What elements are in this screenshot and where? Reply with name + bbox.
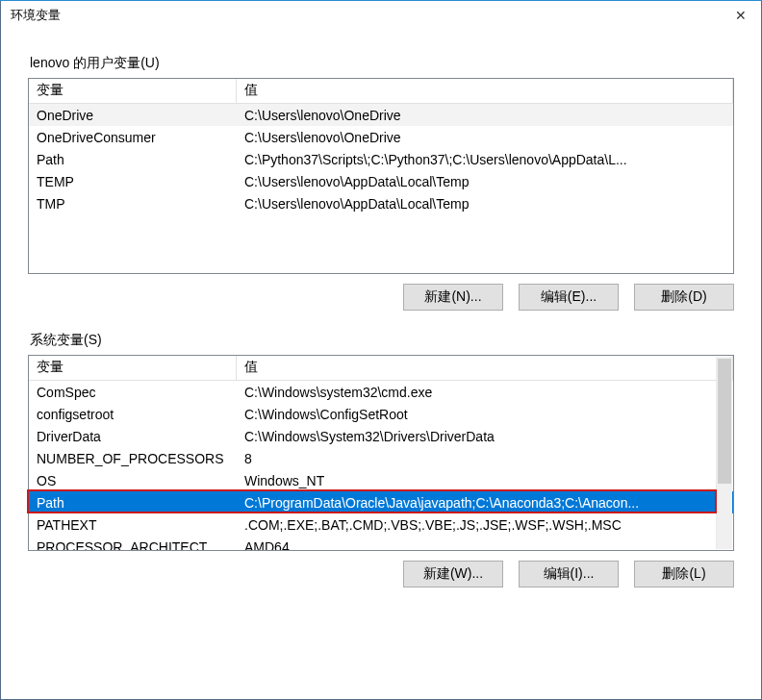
system-list-header[interactable]: 变量 值 <box>29 356 733 381</box>
window-accent <box>0 0 762 1</box>
user-row-variable: TMP <box>29 195 237 212</box>
system-row-variable: DriverData <box>29 428 237 445</box>
user-header-variable[interactable]: 变量 <box>29 79 237 103</box>
user-variables-list[interactable]: 变量 值 OneDriveC:\Users\lenovo\OneDriveOne… <box>28 78 734 274</box>
user-delete-button[interactable]: 删除(D) <box>634 284 734 311</box>
user-row-variable: TEMP <box>29 173 237 190</box>
user-row-temp[interactable]: TEMPC:\Users\lenovo\AppData\Local\Temp <box>29 170 733 192</box>
system-row-os[interactable]: OSWindows_NT <box>29 469 733 491</box>
user-variables-group: lenovo 的用户变量(U) 变量 值 OneDriveC:\Users\le… <box>28 55 734 311</box>
user-group-label: lenovo 的用户变量(U) <box>30 55 734 72</box>
user-row-value: C:\Users\lenovo\AppData\Local\Temp <box>237 173 733 190</box>
system-variables-list[interactable]: 变量 值 ComSpecC:\Windows\system32\cmd.exec… <box>28 355 734 551</box>
user-row-onedriveconsumer[interactable]: OneDriveConsumerC:\Users\lenovo\OneDrive <box>29 126 733 148</box>
system-row-pathext[interactable]: PATHEXT.COM;.EXE;.BAT;.CMD;.VBS;.VBE;.JS… <box>29 513 733 536</box>
user-edit-button[interactable]: 编辑(E)... <box>519 284 619 311</box>
scrollbar-thumb[interactable] <box>718 359 731 484</box>
window-title: 环境变量 <box>11 7 61 24</box>
user-row-onedrive[interactable]: OneDriveC:\Users\lenovo\OneDrive <box>29 104 733 126</box>
user-row-variable: OneDriveConsumer <box>29 129 237 146</box>
system-delete-button[interactable]: 删除(L) <box>634 561 734 588</box>
user-row-variable: Path <box>29 151 237 168</box>
system-new-button[interactable]: 新建(W)... <box>403 561 503 588</box>
system-row-variable: PATHEXT <box>29 516 237 534</box>
user-list-header[interactable]: 变量 值 <box>29 79 733 104</box>
system-row-value: C:\Windows\system32\cmd.exe <box>237 384 733 401</box>
env-vars-dialog: 环境变量 ✕ lenovo 的用户变量(U) 变量 值 OneDriveC:\U… <box>0 0 762 700</box>
system-row-path[interactable]: PathC:\ProgramData\Oracle\Java\javapath;… <box>29 491 733 513</box>
system-row-comspec[interactable]: ComSpecC:\Windows\system32\cmd.exe <box>29 381 733 403</box>
titlebar: 环境变量 ✕ <box>1 1 761 30</box>
system-row-driverdata[interactable]: DriverDataC:\Windows\System32\Drivers\Dr… <box>29 425 733 447</box>
user-buttons: 新建(N)... 编辑(E)... 删除(D) <box>28 284 734 311</box>
system-row-variable: Path <box>29 494 237 512</box>
user-row-value: C:\Users\lenovo\AppData\Local\Temp <box>237 195 733 212</box>
system-row-value: C:\Windows\System32\Drivers\DriverData <box>237 428 733 445</box>
system-row-number_of_processors[interactable]: NUMBER_OF_PROCESSORS8 <box>29 447 733 469</box>
system-row-value: AMD64 <box>237 538 733 552</box>
system-scrollbar[interactable] <box>716 357 732 549</box>
system-row-value: C:\ProgramData\Oracle\Java\javapath;C:\A… <box>237 494 733 512</box>
close-button[interactable]: ✕ <box>721 2 761 29</box>
system-row-value: .COM;.EXE;.BAT;.CMD;.VBS;.VBE;.JS;.JSE;.… <box>237 516 733 534</box>
system-row-variable: configsetroot <box>29 406 237 423</box>
system-row-variable: OS <box>29 472 237 489</box>
system-group-label: 系统变量(S) <box>30 332 734 349</box>
user-header-value[interactable]: 值 <box>237 79 733 103</box>
system-row-variable: ComSpec <box>29 384 237 401</box>
user-row-variable: OneDrive <box>29 107 237 124</box>
user-row-value: C:\Python37\Scripts\;C:\Python37\;C:\Use… <box>237 151 733 168</box>
system-row-processor_architecture[interactable]: PROCESSOR_ARCHITECTUREAMD64 <box>29 536 733 551</box>
system-header-value[interactable]: 值 <box>237 356 733 380</box>
system-buttons: 新建(W)... 编辑(I)... 删除(L) <box>28 561 734 588</box>
close-icon: ✕ <box>735 8 747 23</box>
system-row-value: Windows_NT <box>237 472 733 489</box>
system-row-value: 8 <box>237 450 733 467</box>
user-new-button[interactable]: 新建(N)... <box>403 284 503 311</box>
user-row-value: C:\Users\lenovo\OneDrive <box>237 107 733 124</box>
system-row-variable: PROCESSOR_ARCHITECTURE <box>29 538 237 552</box>
dialog-content: lenovo 的用户变量(U) 变量 值 OneDriveC:\Users\le… <box>1 30 761 699</box>
system-variables-group: 系统变量(S) 变量 值 ComSpecC:\Windows\system32\… <box>28 332 734 588</box>
system-header-variable[interactable]: 变量 <box>29 356 237 380</box>
system-row-configsetroot[interactable]: configsetrootC:\Windows\ConfigSetRoot <box>29 403 733 425</box>
system-edit-button[interactable]: 编辑(I)... <box>519 561 619 588</box>
user-row-path[interactable]: PathC:\Python37\Scripts\;C:\Python37\;C:… <box>29 148 733 170</box>
system-row-value: C:\Windows\ConfigSetRoot <box>237 406 733 423</box>
user-row-tmp[interactable]: TMPC:\Users\lenovo\AppData\Local\Temp <box>29 192 733 214</box>
system-row-variable: NUMBER_OF_PROCESSORS <box>29 450 237 467</box>
user-row-value: C:\Users\lenovo\OneDrive <box>237 129 733 146</box>
